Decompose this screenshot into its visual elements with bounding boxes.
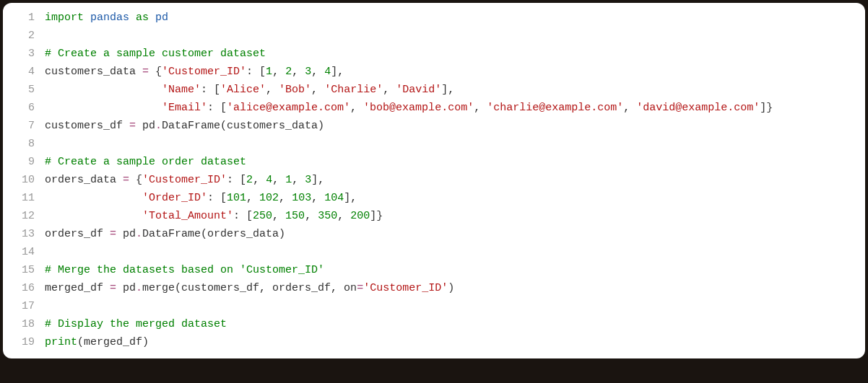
token-str: 'David' [396, 84, 441, 96]
line-number: 8 [3, 135, 45, 153]
token-pn: ]} [370, 210, 383, 222]
line-number: 3 [3, 45, 45, 63]
code-block: 1import pandas as pd2 3# Create a sample… [3, 3, 865, 358]
token-pn [149, 12, 155, 24]
token-op: = [123, 174, 129, 186]
token-str: 'alice@example.com' [227, 102, 350, 114]
token-num: 3 [305, 174, 311, 186]
code-content [45, 135, 865, 153]
token-pn: orders_data [45, 174, 123, 186]
token-str: 'Name' [162, 84, 201, 96]
token-num: 150 [285, 210, 305, 222]
token-num: 4 [266, 174, 272, 186]
code-line: 3# Create a sample customer dataset [3, 45, 865, 63]
token-pn: pd [136, 120, 155, 132]
token-pn: , [311, 84, 324, 96]
code-content: 'Name': ['Alice', 'Bob', 'Charlie', 'Dav… [45, 81, 865, 99]
code-line: 11 'Order_ID': [101, 102, 103, 104], [3, 189, 865, 207]
line-number: 15 [3, 261, 45, 279]
token-pn: , [305, 210, 318, 222]
code-content: orders_data = {'Customer_ID': [2, 4, 1, … [45, 171, 865, 189]
token-num: 103 [292, 192, 311, 204]
code-line: 7customers_df = pd.DataFrame(customers_d… [3, 117, 865, 135]
code-content: customers_df = pd.DataFrame(customers_da… [45, 117, 865, 135]
code-line: 8 [3, 135, 865, 153]
code-line: 13orders_df = pd.DataFrame(orders_data) [3, 225, 865, 243]
token-str: 'Alice' [220, 84, 266, 96]
token-pn [45, 192, 142, 204]
token-pn: , [272, 174, 285, 186]
token-num: 200 [350, 210, 370, 222]
code-line: 4customers_data = {'Customer_ID': [1, 2,… [3, 63, 865, 81]
token-pn: , [350, 102, 363, 114]
line-number: 13 [3, 225, 45, 243]
token-pn: orders_df [45, 228, 110, 240]
line-number: 19 [3, 333, 45, 351]
token-cm: # Create a sample order dataset [45, 156, 246, 168]
token-pn: , [623, 102, 636, 114]
code-line: 2 [3, 27, 865, 45]
code-content: 'Email': ['alice@example.com', 'bob@exam… [45, 99, 865, 117]
code-content: orders_df = pd.DataFrame(orders_data) [45, 225, 865, 243]
token-str: 'Customer_ID' [142, 174, 227, 186]
code-content: 'Order_ID': [101, 102, 103, 104], [45, 189, 865, 207]
token-nm: pandas [90, 12, 129, 24]
token-pn [45, 210, 142, 222]
token-pn: , [246, 192, 259, 204]
token-pn: : [ [246, 66, 266, 78]
token-pn: customers_df [45, 120, 129, 132]
token-op: = [129, 120, 136, 132]
code-line: 15# Merge the datasets based on 'Custome… [3, 261, 865, 279]
token-str: 'Charlie' [324, 84, 383, 96]
code-content [45, 27, 865, 45]
token-nm: pd [155, 12, 168, 24]
token-pn: ) [448, 282, 454, 294]
token-pn: , [292, 174, 305, 186]
code-line: 18# Display the merged dataset [3, 315, 865, 333]
token-pn: ], [331, 66, 344, 78]
token-kw: import [45, 12, 84, 24]
token-pn: : [ [233, 210, 253, 222]
line-number: 12 [3, 207, 45, 225]
token-pn: , [272, 66, 285, 78]
token-pn: ], [311, 174, 324, 186]
token-str: 'david@example.com' [636, 102, 760, 114]
code-line: 5 'Name': ['Alice', 'Bob', 'Charlie', 'D… [3, 81, 865, 99]
line-number: 4 [3, 63, 45, 81]
code-content: customers_data = {'Customer_ID': [1, 2, … [45, 63, 865, 81]
line-number: 7 [3, 117, 45, 135]
token-pn: ], [344, 192, 357, 204]
code-content [45, 243, 865, 261]
token-pn: , [337, 210, 350, 222]
token-pn: { [149, 66, 162, 78]
token-op: = [110, 282, 116, 294]
token-op: = [357, 282, 363, 294]
token-pn: ]} [760, 102, 773, 114]
token-pn: DataFrame(customers_data) [162, 120, 324, 132]
token-pn: , [279, 192, 292, 204]
token-op: = [142, 66, 149, 78]
token-pn: , [266, 84, 279, 96]
token-num: 250 [253, 210, 272, 222]
code-content: 'Total_Amount': [250, 150, 350, 200]} [45, 207, 865, 225]
line-number: 10 [3, 171, 45, 189]
code-content: # Merge the datasets based on 'Customer_… [45, 261, 865, 279]
code-line: 14 [3, 243, 865, 261]
token-pn: pd [116, 282, 136, 294]
token-pn: , [311, 192, 324, 204]
token-kw: as [136, 12, 149, 24]
token-pn: , [383, 84, 396, 96]
token-pn [84, 12, 90, 24]
code-content: print(merged_df) [45, 333, 865, 351]
code-line: 1import pandas as pd [3, 9, 865, 27]
token-pn: merge(customers_df, orders_df, on [142, 282, 357, 294]
token-pn: DataFrame(orders_data) [142, 228, 285, 240]
code-content: # Display the merged dataset [45, 315, 865, 333]
code-content: import pandas as pd [45, 9, 865, 27]
token-op: . [136, 228, 142, 240]
code-line: 17 [3, 297, 865, 315]
line-number: 1 [3, 9, 45, 27]
token-pn: , [311, 66, 324, 78]
token-str: 'Email' [162, 102, 207, 114]
code-content: # Create a sample customer dataset [45, 45, 865, 63]
